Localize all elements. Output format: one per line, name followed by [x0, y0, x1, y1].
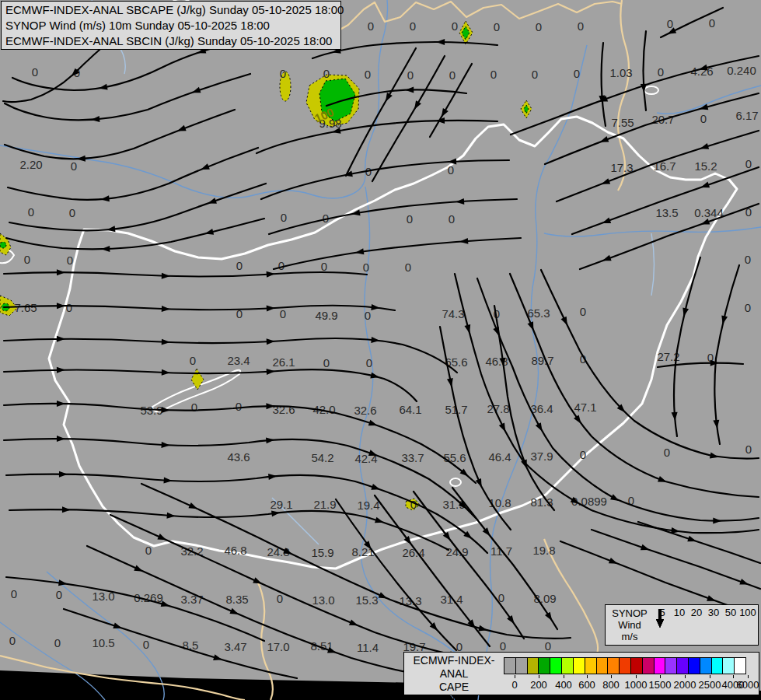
cape-tick-label: 600	[578, 680, 595, 690]
cape-legend-line1: ECMWF-INDEX-ANAL	[404, 654, 504, 681]
flow-arrowhead	[267, 305, 275, 312]
flow-arrowhead	[382, 93, 392, 103]
flow-arrowhead	[528, 321, 537, 331]
flow-arrowhead	[57, 401, 65, 407]
title-line-wind: SYNOP Wind (m/s) 10m Sunday 05-10-2025 1…	[5, 18, 337, 33]
cape-color-cell	[665, 658, 677, 674]
streamlines-layer	[0, 0, 761, 700]
flow-arrowhead	[687, 536, 697, 544]
cape-color-cell	[643, 658, 655, 674]
flow-arrowhead	[438, 108, 448, 119]
cape-color-cell	[562, 658, 574, 674]
flow-arrowhead	[459, 238, 469, 245]
flow-arrowhead	[368, 450, 379, 458]
wind-speed-column: 50	[722, 607, 739, 645]
flow-arrowhead	[600, 178, 610, 187]
cape-legend-line2: CAPE	[404, 681, 504, 694]
flow-arrowhead	[658, 476, 668, 485]
wind-legend-line3: m/s	[606, 631, 654, 642]
cape-color-cell	[516, 658, 528, 674]
flow-arrowhead	[162, 407, 170, 413]
wind-speed-columns: 510203050100	[654, 607, 756, 645]
cape-color-cell	[597, 658, 609, 674]
wind-speed-label: 20	[691, 607, 702, 618]
cape-color-cell	[528, 658, 539, 674]
flow-arrowhead	[448, 159, 456, 166]
flow-arrowhead	[157, 534, 167, 543]
cape-color-cell	[585, 658, 597, 674]
flow-arrowhead	[379, 592, 389, 601]
flow-arrowhead	[134, 565, 144, 574]
wind-speed-label: 30	[708, 607, 719, 618]
cape-tick-mark	[685, 675, 686, 678]
flow-arrowhead	[207, 198, 217, 206]
flow-arrowhead	[176, 125, 187, 134]
flow-arrowhead	[699, 103, 709, 112]
flow-arrowhead	[283, 548, 293, 557]
flow-arrowhead	[57, 269, 65, 275]
wind-streamlines	[3, 8, 760, 679]
wind-legend-line1: SYNOP	[606, 607, 654, 619]
flow-arrowhead	[190, 87, 201, 96]
flow-arrowhead	[57, 336, 65, 342]
flow-arrowhead	[375, 517, 385, 526]
cape-tick-mark	[748, 675, 749, 678]
flow-arrowhead	[349, 619, 359, 628]
cape-color-cell	[712, 658, 724, 674]
flow-arrowhead	[77, 156, 86, 163]
flow-arrowhead	[412, 100, 421, 111]
wind-speed-column: 10	[671, 607, 688, 645]
cape-color-cell	[735, 658, 745, 674]
flow-arrowhead	[162, 369, 170, 376]
cape-tick-mark	[587, 675, 588, 678]
flow-arrowhead	[163, 478, 172, 485]
flow-arrowhead	[713, 518, 721, 524]
flow-arrowhead	[327, 647, 337, 656]
cape-tick-label: 2500	[699, 680, 721, 690]
flow-arrowhead	[710, 360, 719, 366]
flow-arrowhead	[700, 219, 710, 227]
flow-arrowhead	[602, 255, 612, 264]
flow-arrowhead	[267, 338, 275, 345]
cape-tick-label: 1000	[625, 680, 648, 690]
flow-arrowhead	[739, 579, 749, 587]
flow-arrowhead	[536, 422, 545, 433]
cape-tick-mark	[636, 675, 637, 678]
flow-arrowhead	[267, 271, 276, 278]
cape-tick-mark	[710, 675, 710, 678]
wind-speed-column: 30	[705, 607, 722, 645]
cape-colorbar	[504, 657, 746, 674]
cape-color-cell	[655, 658, 666, 674]
flow-arrowhead	[113, 622, 123, 631]
cape-tick-label: 800	[602, 680, 620, 690]
wind-legend-box: SYNOP Wind m/s 510203050100	[605, 604, 759, 646]
cape-color-cell	[504, 658, 516, 674]
flow-arrowhead	[106, 226, 116, 233]
flow-arrowhead	[493, 327, 502, 337]
flow-arrowhead	[707, 595, 717, 604]
cape-color-cell	[608, 658, 620, 674]
cape-tick-label: 6000	[737, 680, 759, 690]
flow-arrowhead	[476, 478, 485, 488]
flow-arrowhead	[545, 612, 555, 623]
cape-legend-line3: J/kg	[404, 694, 504, 700]
flow-arrowhead	[560, 317, 570, 327]
flow-arrowhead	[57, 436, 65, 442]
flow-arrowhead	[666, 27, 676, 37]
flow-arrowhead	[641, 84, 648, 93]
flow-arrowhead	[699, 143, 709, 152]
cape-tick-label: 1500	[649, 680, 672, 690]
flow-arrowhead	[57, 303, 65, 309]
flow-arrowhead	[370, 373, 380, 380]
flow-arrowhead	[161, 442, 169, 449]
flow-arrowhead	[371, 484, 381, 492]
flow-arrowhead	[268, 473, 278, 480]
wind-speed-label: 50	[725, 607, 736, 618]
flow-arrowhead	[101, 246, 110, 252]
cape-legend-box: ECMWF-INDEX-ANAL CAPE J/kg 0200400600800…	[403, 652, 759, 695]
wind-legend-title: SYNOP Wind m/s	[606, 607, 654, 642]
flow-arrowhead	[601, 217, 611, 226]
cape-color-cell	[723, 658, 735, 674]
flow-arrowhead	[609, 558, 619, 566]
cape-tick-mark	[539, 675, 539, 678]
